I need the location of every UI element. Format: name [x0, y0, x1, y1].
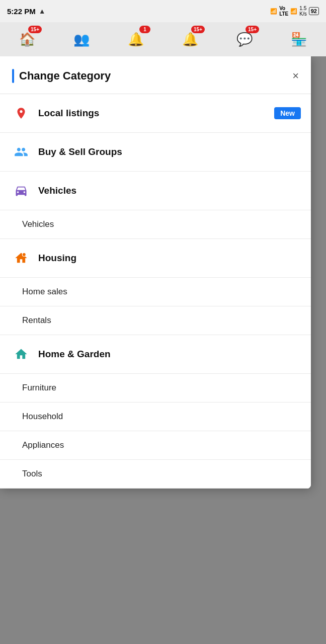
local-listings-label: Local listings	[38, 108, 274, 119]
home-garden-label: Home & Garden	[38, 349, 301, 360]
subcategory-vehicles[interactable]: Vehicles	[0, 210, 311, 239]
buy-sell-label: Buy & Sell Groups	[38, 146, 301, 157]
status-time: 5:22 PM	[7, 7, 36, 16]
subcategory-furniture-label: Furniture	[22, 383, 56, 392]
nav-store[interactable]: 🏪	[286, 27, 311, 52]
category-item-local-listings[interactable]: Local listings New	[0, 94, 311, 133]
status-bar: 5:22 PM ▲ 📶 VoLTE 📶 1.5K/s 92	[0, 0, 326, 22]
change-category-modal: Change Category × Local listings New	[0, 56, 311, 489]
nav-bar: 🏠 15+ 👥 🔔 1 🔔 15+ 💬 15+ 🏪	[0, 22, 326, 56]
housing-label: Housing	[38, 253, 301, 264]
notifications-icon: 🔔	[128, 32, 144, 47]
category-list: Local listings New Buy & Sell Groups	[0, 94, 311, 489]
wifi-icon: 📶	[270, 8, 277, 15]
subcategory-vehicles-label: Vehicles	[22, 219, 54, 229]
subcategory-appliances-label: Appliances	[22, 440, 64, 450]
home-icon: 🏠	[19, 32, 35, 47]
messages-icon: 💬	[236, 32, 253, 47]
battery-indicator: 92	[309, 7, 319, 15]
status-right: 📶 VoLTE 📶 1.5K/s 92	[270, 6, 319, 17]
notifications-badge: 1	[139, 26, 150, 33]
new-badge: New	[274, 107, 301, 119]
subcategory-tools[interactable]: Tools	[0, 460, 311, 489]
housing-icon	[12, 249, 30, 267]
modal-header: Change Category ×	[0, 56, 311, 94]
subcategory-tools-label: Tools	[22, 469, 42, 478]
category-item-vehicles[interactable]: Vehicles	[0, 172, 311, 210]
alerts-icon: 🔔	[182, 32, 198, 47]
subcategory-furniture[interactable]: Furniture	[0, 374, 311, 403]
speed-text: 1.5K/s	[299, 6, 306, 17]
modal-title-area: Change Category	[12, 69, 111, 83]
group-icon	[12, 143, 30, 161]
subcategory-rentals-label: Rentals	[22, 315, 51, 325]
signal-text: VoLTE	[279, 6, 288, 17]
vehicles-label: Vehicles	[38, 185, 301, 196]
modal-title: Change Category	[19, 69, 111, 83]
cell-signal-icon: 📶	[290, 8, 297, 15]
subcategory-household-label: Household	[22, 412, 63, 421]
close-button[interactable]: ×	[290, 68, 301, 84]
friends-icon: 👥	[73, 32, 90, 47]
category-item-buy-sell[interactable]: Buy & Sell Groups	[0, 133, 311, 172]
home-badge: 15+	[28, 26, 42, 33]
category-item-housing[interactable]: Housing	[0, 239, 311, 278]
subcategory-rentals[interactable]: Rentals	[0, 306, 311, 335]
alerts-badge: 15+	[191, 26, 205, 33]
svg-point-0	[22, 253, 26, 257]
category-item-home-garden[interactable]: Home & Garden	[0, 335, 311, 374]
modal-accent-bar	[12, 69, 14, 83]
pin-icon	[12, 104, 30, 122]
subcategory-household[interactable]: Household	[0, 403, 311, 431]
subcategory-appliances[interactable]: Appliances	[0, 431, 311, 460]
messages-badge: 15+	[246, 26, 259, 33]
subcategory-home-sales[interactable]: Home sales	[0, 278, 311, 306]
background-content: Change Category × Local listings New	[0, 56, 326, 644]
nav-messages[interactable]: 💬 15+	[232, 27, 257, 52]
store-icon: 🏪	[291, 32, 307, 47]
vehicle-icon	[12, 182, 30, 200]
nav-alerts[interactable]: 🔔 15+	[178, 27, 203, 52]
nav-home[interactable]: 🏠 15+	[15, 27, 40, 52]
subcategory-home-sales-label: Home sales	[22, 287, 67, 296]
warning-icon: ▲	[39, 7, 46, 15]
garden-icon	[12, 345, 30, 363]
nav-friends[interactable]: 👥	[69, 27, 94, 52]
nav-notifications[interactable]: 🔔 1	[123, 27, 148, 52]
